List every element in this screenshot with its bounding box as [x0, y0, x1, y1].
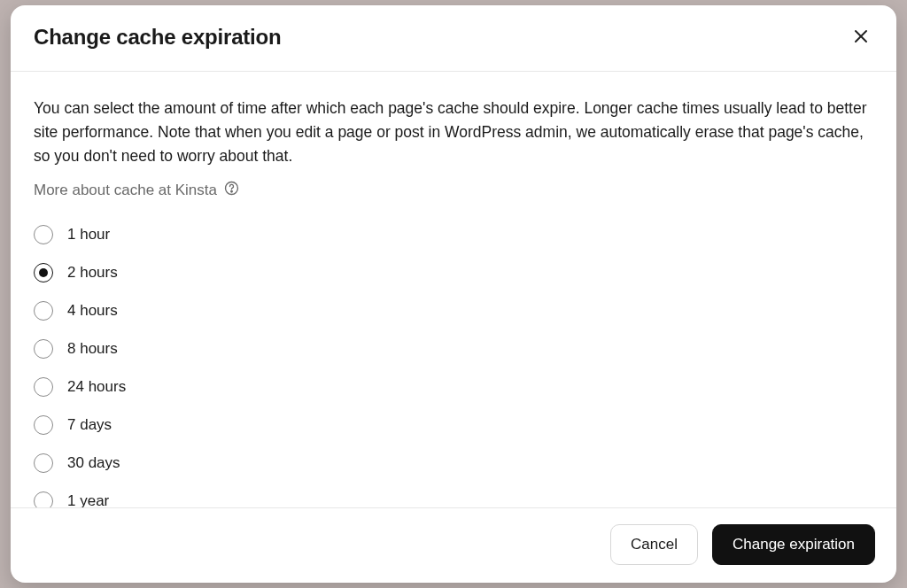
cache-expiration-modal: Change cache expiration You can select t… — [11, 5, 896, 583]
modal-body: You can select the amount of time after … — [11, 72, 896, 507]
more-about-cache-link[interactable]: More about cache at Kinsta — [34, 181, 239, 200]
expiration-option[interactable]: 4 hours — [34, 301, 118, 321]
expiration-option[interactable]: 24 hours — [34, 377, 126, 397]
modal-footer: Cancel Change expiration — [11, 507, 896, 583]
modal-title: Change cache expiration — [34, 25, 282, 50]
svg-point-3 — [231, 191, 233, 193]
radio-button[interactable] — [34, 263, 53, 282]
radio-button[interactable] — [34, 415, 53, 435]
radio-button[interactable] — [34, 377, 53, 397]
expiration-options: 1 hour2 hours4 hours8 hours24 hours7 day… — [34, 225, 873, 507]
expiration-option-label: 30 days — [67, 454, 120, 472]
cancel-button[interactable]: Cancel — [610, 524, 698, 565]
expiration-option[interactable]: 2 hours — [34, 263, 118, 282]
radio-button[interactable] — [34, 301, 53, 321]
close-icon — [854, 29, 868, 46]
expiration-option[interactable]: 8 hours — [34, 339, 118, 359]
modal-header: Change cache expiration — [11, 5, 896, 72]
radio-button[interactable] — [34, 453, 53, 473]
expiration-option-label: 1 year — [67, 492, 109, 507]
expiration-option-label: 8 hours — [67, 340, 118, 358]
expiration-option-label: 24 hours — [67, 378, 126, 396]
radio-button[interactable] — [34, 491, 53, 507]
expiration-option-label: 4 hours — [67, 302, 118, 320]
expiration-option[interactable]: 1 hour — [34, 225, 110, 244]
change-expiration-button[interactable]: Change expiration — [712, 524, 875, 565]
expiration-option-label: 2 hours — [67, 264, 118, 282]
help-icon — [224, 181, 239, 200]
expiration-option-label: 7 days — [67, 416, 112, 434]
radio-button[interactable] — [34, 225, 53, 244]
modal-description: You can select the amount of time after … — [34, 97, 873, 168]
close-button[interactable] — [849, 25, 873, 50]
more-about-cache-label: More about cache at Kinsta — [34, 182, 217, 199]
expiration-option[interactable]: 1 year — [34, 491, 109, 507]
expiration-option-label: 1 hour — [67, 226, 110, 244]
expiration-option[interactable]: 30 days — [34, 453, 120, 473]
radio-button[interactable] — [34, 339, 53, 359]
expiration-option[interactable]: 7 days — [34, 415, 112, 435]
